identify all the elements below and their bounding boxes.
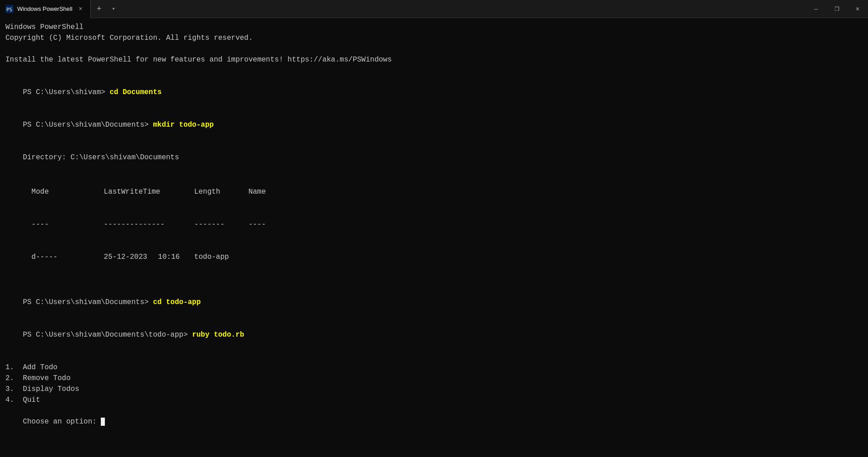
close-button[interactable]: ✕ [847,0,868,18]
directory-line: Directory: C:\Users\shivam\Documents [5,152,863,163]
terminal-body[interactable]: Windows PowerShell Copyright (C) Microso… [0,18,868,457]
powershell-title: Windows PowerShell [5,22,863,33]
table-row: d-----25-12-202310:16todo-app [5,241,863,273]
dir-table: ModeLastWriteTimeLengthName ------------… [5,176,863,273]
input-prompt-line[interactable]: Choose an option: [5,405,863,438]
prompt-4: PS C:\Users\shivam\Documents\todo-app> [23,331,192,339]
col-len: Length [194,186,249,197]
cmd-3: cd todo-app [153,298,201,306]
blank-5 [5,275,863,286]
blank-3 [5,141,863,152]
command-line-2: PS C:\Users\shivam\Documents> mkdir todo… [5,109,863,141]
table-dashes: ----------------------------- [5,208,863,241]
input-prompt-text: Choose an option: [23,418,101,426]
title-bar: PS Windows PowerShell × + ▾ ─ ❐ ✕ [0,0,868,18]
tab-label: Windows PowerShell [17,5,72,12]
menu-item-4: 4. Quit [5,395,863,405]
terminal-tab[interactable]: PS Windows PowerShell × [0,0,91,18]
install-text: Install the latest PowerShell for new fe… [5,56,392,64]
dash-lwt: -------------- [104,219,194,230]
table-header: ModeLastWriteTimeLengthName [5,176,863,208]
row-name: todo-app [194,253,229,261]
new-tab-button[interactable]: + [91,0,107,18]
prompt-1: PS C:\Users\shivam> [23,88,109,96]
cursor [101,418,105,426]
dash-name: ---- [249,220,266,228]
row-mode: d----- [32,252,104,262]
row-date: 25-12-2023 [104,252,158,262]
powershell-icon: PS [5,5,14,13]
dash-mode: ---- [32,219,104,230]
tab-dropdown-button[interactable]: ▾ [107,0,120,18]
menu-item-2: 2. Remove Todo [5,373,863,384]
window-controls: ─ ❐ ✕ [806,0,868,18]
col-name: Name [249,188,266,196]
cmd-1: cd Documents [109,88,161,96]
cmd-2: mkdir todo-app [153,121,213,129]
cmd-4: ruby todo.rb [192,331,244,339]
copyright-line: Copyright (C) Microsoft Corporation. All… [5,33,863,43]
col-lwt: LastWriteTime [104,186,194,197]
command-line-3: PS C:\Users\shivam\Documents> cd todo-ap… [5,286,863,319]
dash-len: ------- [194,219,249,230]
command-line-1: PS C:\Users\shivam> cd Documents [5,76,863,109]
menu-item-3: 3. Display Todos [5,384,863,395]
minimize-button[interactable]: ─ [806,0,826,18]
install-line: Install the latest PowerShell for new fe… [5,54,863,65]
prompt-3: PS C:\Users\shivam\Documents> [23,298,153,306]
blank-6 [5,351,863,362]
maximize-button[interactable]: ❐ [826,0,847,18]
blank-2 [5,65,863,76]
tab-close-button[interactable]: × [76,5,85,14]
blank-1 [5,43,863,54]
command-line-4: PS C:\Users\shivam\Documents\todo-app> r… [5,319,863,351]
col-mode: Mode [32,186,104,197]
menu-item-1: 1. Add Todo [5,362,863,373]
prompt-2: PS C:\Users\shivam\Documents> [23,121,153,129]
row-time: 10:16 [158,252,194,262]
svg-text:PS: PS [6,7,12,13]
blank-4 [5,163,863,174]
